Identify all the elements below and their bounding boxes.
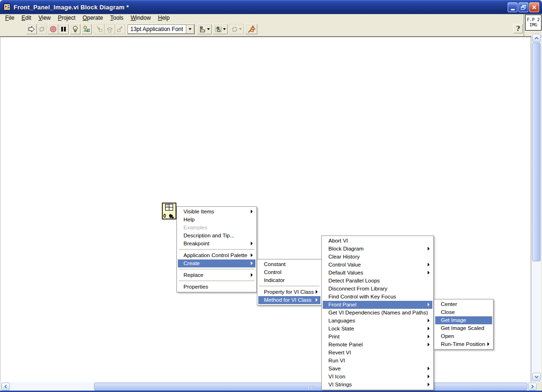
font-selector-dropdown-button[interactable]	[186, 24, 194, 34]
submenu-arrow-icon	[251, 253, 253, 257]
submenu-arrow-icon	[428, 247, 430, 251]
distribute-objects-button[interactable]	[213, 24, 228, 34]
menu-item-revert-vi[interactable]: Revert VI	[323, 349, 432, 357]
menu-item-clear-history[interactable]: Clear History	[323, 253, 432, 261]
horizontal-scrollbar[interactable]	[1, 382, 537, 391]
menu-item-lock-state[interactable]: Lock State	[323, 325, 432, 333]
menu-item-vi-icon[interactable]: VI Icon	[323, 373, 432, 381]
restore-button[interactable]	[518, 2, 528, 12]
step-out-button[interactable]	[115, 24, 125, 34]
vertical-scroll-thumb[interactable]	[532, 43, 541, 261]
scroll-left-button[interactable]	[1, 383, 10, 391]
scroll-thumb-grip	[309, 385, 314, 389]
abort-execution-button[interactable]	[48, 24, 58, 34]
submenu-method-for-vi-class: Abort VI Block Diagram Clear History Con…	[321, 235, 434, 390]
menubar-project[interactable]: Project	[55, 14, 78, 22]
step-into-button[interactable]	[94, 24, 104, 34]
context-help-button[interactable]: ?	[513, 24, 523, 33]
menu-item-control[interactable]: Control	[258, 268, 320, 276]
menubar-file[interactable]: File	[2, 14, 17, 22]
scroll-right-button[interactable]	[528, 383, 537, 391]
menu-item-get-image[interactable]: Get Image	[435, 316, 492, 324]
vi-reference-node[interactable]: 0	[162, 203, 176, 220]
retain-wire-values-button[interactable]	[81, 24, 92, 34]
menu-item-front-panel[interactable]: Front Panel	[323, 301, 432, 309]
menu-separator	[178, 248, 255, 251]
menu-item-run-vi[interactable]: Run VI	[323, 357, 432, 365]
minimize-button[interactable]	[508, 2, 518, 12]
menubar-tools[interactable]: Tools	[107, 14, 126, 22]
align-objects-icon	[199, 26, 206, 33]
menu-item-remote-panel[interactable]: Remote Panel	[323, 341, 432, 349]
scrollbar-corner	[537, 382, 542, 391]
labview-app-icon[interactable]	[3, 3, 11, 11]
vi-icon-text-line1: F.P 2	[526, 17, 541, 23]
align-objects-button[interactable]	[197, 24, 212, 34]
menu-item-find-control-with-key-focus[interactable]: Find Control with Key Focus	[323, 293, 432, 301]
horizontal-scroll-thumb[interactable]	[94, 383, 527, 391]
menu-item-center[interactable]: Center	[435, 300, 492, 308]
menu-item-vi-strings[interactable]: VI Strings	[323, 381, 432, 389]
submenu-arrow-icon	[251, 261, 253, 265]
submenu-arrow-icon	[428, 335, 430, 338]
menu-item-detect-parallel-loops[interactable]: Detect Parallel Loops	[323, 277, 432, 285]
run-button[interactable]	[26, 24, 37, 34]
menu-item-block-diagram[interactable]: Block Diagram	[323, 245, 432, 253]
menubar-view[interactable]: View	[36, 14, 54, 22]
node-index-label: 0	[163, 213, 166, 219]
clean-up-diagram-button[interactable]	[245, 24, 257, 34]
menu-item-help[interactable]: Help	[178, 216, 255, 224]
window-controls	[508, 2, 539, 12]
reorder-objects-button[interactable]	[229, 24, 244, 34]
submenu-arrow-icon	[251, 273, 253, 277]
font-selector-value[interactable]: 13pt Application Font	[128, 24, 186, 34]
chevron-down-icon	[189, 28, 191, 30]
menu-item-create[interactable]: Create	[178, 259, 255, 267]
chevron-down-icon	[534, 376, 539, 378]
menu-item-indicator[interactable]: Indicator	[258, 276, 320, 284]
menu-item-replace[interactable]: Replace	[178, 271, 255, 279]
menu-item-properties[interactable]: Properties	[178, 283, 255, 291]
menu-item-description-and-tip[interactable]: Description and Tip...	[178, 232, 255, 240]
vertical-scrollbar[interactable]	[532, 34, 541, 382]
close-button[interactable]	[529, 2, 539, 12]
font-selector[interactable]: 13pt Application Font	[127, 24, 195, 34]
menubar-operate[interactable]: Operate	[80, 14, 106, 22]
menu-item-disconnect-from-library[interactable]: Disconnect From Library	[323, 285, 432, 293]
menubar-window[interactable]: Window	[128, 14, 154, 22]
vi-icon-pane[interactable]: F.P 2 IMG	[525, 15, 542, 31]
submenu-arrow-icon	[428, 383, 430, 386]
submenu-arrow-icon	[251, 210, 253, 213]
window-title: Front_Panel_Image.vi Block Diagram *	[14, 4, 129, 11]
scroll-up-button[interactable]	[532, 34, 541, 42]
menu-item-get-vi-dependencies[interactable]: Get VI Dependencies (Names and Paths)	[323, 309, 432, 317]
menu-separator	[258, 284, 320, 288]
menu-item-abort-vi[interactable]: Abort VI	[323, 237, 432, 245]
menu-item-visible-items[interactable]: Visible Items	[178, 208, 255, 216]
menubar-help[interactable]: Help	[155, 14, 173, 22]
highlight-execution-button[interactable]	[70, 24, 80, 34]
step-over-button[interactable]	[104, 24, 115, 34]
menubar-edit[interactable]: Edit	[19, 14, 34, 22]
menu-item-property-for-vi-class[interactable]: Property for VI Class	[258, 288, 320, 296]
submenu-arrow-icon	[428, 375, 430, 378]
run-continuously-button[interactable]	[37, 24, 47, 34]
menu-item-print[interactable]: Print	[323, 333, 432, 341]
scroll-down-button[interactable]	[532, 373, 541, 381]
chevron-up-icon	[534, 37, 539, 39]
menu-item-method-for-vi-class[interactable]: Method for VI Class	[258, 296, 320, 304]
menu-item-control-value[interactable]: Control Value	[323, 261, 432, 269]
menu-item-application-control-palette[interactable]: Application Control Palette	[178, 251, 255, 259]
menu-item-close[interactable]: Close	[435, 308, 492, 316]
menu-item-open[interactable]: Open	[435, 332, 492, 340]
menu-item-default-values[interactable]: Default Values	[323, 269, 432, 277]
menu-item-save[interactable]: Save	[323, 365, 432, 373]
menu-item-run-time-position[interactable]: Run-Time Position	[435, 340, 492, 348]
pause-button[interactable]	[58, 24, 69, 34]
menu-item-languages[interactable]: Languages	[323, 317, 432, 325]
vi-icon-text-line2: IMG	[526, 23, 541, 28]
menu-separator	[178, 267, 255, 271]
menu-item-constant[interactable]: Constant	[258, 260, 320, 268]
menu-item-get-image-scaled[interactable]: Get Image Scaled	[435, 324, 492, 332]
menu-item-breakpoint[interactable]: Breakpoint	[178, 240, 255, 248]
